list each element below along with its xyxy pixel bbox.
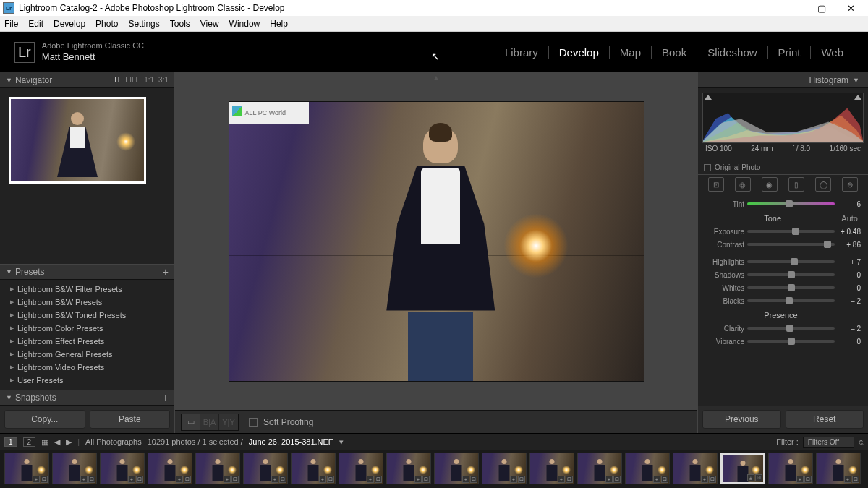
original-photo-row[interactable]: Original Photo [698, 160, 868, 174]
histogram-panel[interactable]: ISO 100 24 mm f / 8.0 1/160 sec [698, 88, 868, 160]
filmstrip-thumb[interactable]: ±⊡ [339, 453, 383, 484]
slider-knob[interactable] [786, 297, 793, 304]
slider-knob[interactable] [792, 228, 799, 235]
radial-filter-icon[interactable]: ◯ [815, 177, 831, 192]
slider-track[interactable] [747, 230, 835, 233]
grad-filter-icon[interactable]: ▯ [788, 177, 804, 192]
module-map[interactable]: Map [610, 46, 652, 59]
slider-clarity[interactable]: Clarity– 2 [701, 322, 861, 335]
filmstrip-thumb[interactable]: ±⊡ [386, 453, 431, 484]
add-preset-icon[interactable]: + [163, 266, 169, 278]
module-web[interactable]: Web [811, 46, 854, 59]
filter-select[interactable]: Filters Off [803, 437, 854, 448]
before-after-lr-button[interactable]: B|A [200, 414, 219, 430]
module-slideshow[interactable]: Slideshow [697, 46, 767, 59]
filmstrip-thumb[interactable]: ±⊡ [434, 453, 479, 484]
zoom-11[interactable]: 1:1 [144, 76, 154, 84]
slider-knob[interactable] [786, 200, 793, 207]
module-print[interactable]: Print [768, 46, 812, 59]
preset-folder[interactable]: ▶Lightroom B&W Toned Presets [0, 309, 174, 322]
slider-track[interactable] [747, 299, 835, 302]
menu-file[interactable]: File [4, 19, 18, 29]
menu-settings[interactable]: Settings [128, 19, 159, 29]
menu-develop[interactable]: Develop [54, 19, 85, 29]
preset-folder[interactable]: ▶Lightroom B&W Presets [0, 296, 174, 309]
menu-edit[interactable]: Edit [28, 19, 43, 29]
soft-proofing-checkbox[interactable] [249, 418, 258, 427]
preset-folder[interactable]: ▶Lightroom Effect Presets [0, 335, 174, 348]
collection-name[interactable]: All Photographs [85, 437, 142, 446]
copy-button[interactable]: Copy... [4, 410, 85, 429]
preset-folder[interactable]: ▶Lightroom Color Presets [0, 322, 174, 335]
slider-knob[interactable] [791, 258, 798, 265]
reset-button[interactable]: Reset [786, 410, 864, 429]
filmstrip-thumb[interactable]: ±⊡ [768, 453, 813, 484]
filmstrip-thumb[interactable]: ±⊡ [148, 453, 192, 484]
close-button[interactable]: ✕ [836, 0, 865, 16]
filmstrip-thumb[interactable]: ±⊡ [482, 453, 527, 484]
prev-photo-icon[interactable]: ◀ [54, 437, 60, 447]
menu-help[interactable]: Help [270, 19, 288, 29]
navigator-header[interactable]: ▼ Navigator FITFILL1:13:1 [0, 72, 174, 88]
filmstrip-thumb[interactable]: ±⊡ [673, 453, 718, 484]
checkbox-icon[interactable] [704, 164, 711, 171]
slider-track[interactable] [747, 327, 835, 330]
menu-window[interactable]: Window [229, 19, 260, 29]
filmstrip-thumb[interactable]: ±⊡ [720, 453, 765, 484]
module-develop[interactable]: Develop [549, 46, 610, 59]
slider-knob[interactable] [788, 338, 795, 345]
previous-button[interactable]: Previous [702, 410, 781, 429]
slider-track[interactable] [747, 243, 835, 246]
brush-tool-icon[interactable]: ⊖ [842, 177, 858, 192]
slider-knob[interactable] [786, 325, 793, 332]
add-snapshot-icon[interactable]: + [163, 392, 169, 403]
module-library[interactable]: Library [495, 46, 549, 59]
slider-highlights[interactable]: Highlights+ 7 [701, 255, 861, 268]
filmstrip-thumb[interactable]: ±⊡ [100, 453, 145, 484]
slider-track[interactable] [747, 202, 835, 205]
slider-exposure[interactable]: Exposure+ 0.48 [701, 225, 861, 238]
filmstrip-thumb[interactable]: ±⊡ [243, 453, 288, 484]
presets-header[interactable]: ▼ Presets + [0, 264, 174, 280]
filmstrip-thumb[interactable]: ±⊡ [577, 453, 622, 484]
histogram-header[interactable]: Histogram ▼ [698, 72, 868, 88]
snapshots-header[interactable]: ▼ Snapshots + [0, 390, 174, 406]
navigator-preview[interactable] [0, 88, 174, 192]
zoom-fit[interactable]: FIT [110, 76, 121, 84]
slider-track[interactable] [747, 286, 835, 289]
slider-knob[interactable] [824, 241, 831, 248]
filter-lock-icon[interactable]: ⎌ [859, 437, 864, 446]
filmstrip-thumb[interactable]: ±⊡ [52, 453, 97, 484]
menu-photo[interactable]: Photo [95, 19, 118, 29]
filmstrip-thumb[interactable]: ±⊡ [529, 453, 574, 484]
slider-knob[interactable] [788, 271, 795, 278]
preset-folder[interactable]: ▶User Presets [0, 374, 174, 387]
module-book[interactable]: Book [652, 46, 697, 59]
filmstrip-thumb[interactable]: ±⊡ [816, 453, 861, 484]
next-photo-icon[interactable]: ▶ [66, 437, 72, 447]
before-after-tb-button[interactable]: Y|Y [219, 414, 238, 430]
filmstrip-thumb[interactable]: ±⊡ [291, 453, 336, 484]
slider-track[interactable] [747, 273, 835, 276]
zoom-31[interactable]: 3:1 [158, 76, 169, 84]
preset-folder[interactable]: ▶Lightroom B&W Filter Presets [0, 283, 174, 296]
redeye-tool-icon[interactable]: ◉ [762, 177, 778, 192]
zoom-fill[interactable]: FILL [125, 76, 140, 84]
preset-folder[interactable]: ▶Lightroom Video Presets [0, 361, 174, 374]
grid-icon[interactable]: ▦ [41, 437, 48, 447]
minimize-button[interactable]: — [778, 0, 807, 16]
preset-folder[interactable]: ▶Lightroom General Presets [0, 348, 174, 361]
slider-blacks[interactable]: Blacks– 2 [701, 294, 861, 307]
loupe-view-button[interactable]: ▭ [182, 414, 200, 430]
filmstrip-thumb[interactable]: ±⊡ [625, 453, 670, 484]
menu-view[interactable]: View [200, 19, 219, 29]
slider-track[interactable] [747, 340, 835, 343]
crop-tool-icon[interactable]: ⊡ [708, 177, 724, 192]
filmstrip-thumb[interactable]: ±⊡ [195, 453, 240, 484]
slider-contrast[interactable]: Contrast+ 86 [701, 238, 861, 251]
page-1-button[interactable]: 1 [4, 437, 17, 447]
spot-tool-icon[interactable]: ◎ [735, 177, 751, 192]
slider-whites[interactable]: Whites0 [701, 281, 861, 294]
slider-knob[interactable] [788, 284, 795, 291]
image-viewer[interactable]: ↖ ALL PC World [175, 72, 697, 410]
